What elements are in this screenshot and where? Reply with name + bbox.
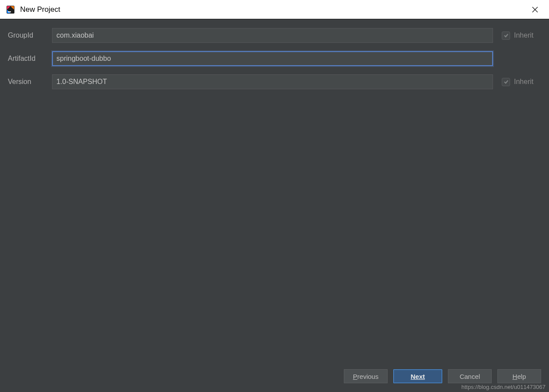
groupid-input[interactable] — [52, 28, 493, 43]
groupid-inherit-checkbox — [502, 32, 510, 40]
artifactid-input[interactable] — [52, 51, 493, 66]
button-bar: Previous Next Cancel Help — [0, 367, 549, 392]
row-artifactid: ArtifactId — [8, 50, 541, 67]
window-close-button[interactable] — [526, 1, 544, 18]
version-label: Version — [8, 78, 52, 86]
next-button[interactable]: Next — [393, 369, 442, 383]
titlebar: New Project — [0, 0, 549, 19]
version-inherit-label: Inherit — [514, 78, 533, 86]
intellij-icon — [5, 4, 16, 15]
version-inherit-checkbox — [502, 78, 510, 86]
groupid-inherit: Inherit — [493, 32, 541, 40]
svg-rect-1 — [8, 11, 11, 12]
check-icon — [504, 33, 509, 38]
close-icon — [532, 6, 539, 13]
previous-button[interactable]: Previous — [344, 369, 388, 383]
check-icon — [504, 79, 509, 84]
version-inherit: Inherit — [493, 78, 541, 86]
row-groupid: GroupId Inherit — [8, 27, 541, 44]
help-button[interactable]: Help — [497, 369, 541, 383]
form-area: GroupId Inherit ArtifactId V — [0, 19, 549, 367]
artifactid-label: ArtifactId — [8, 55, 52, 63]
groupid-label: GroupId — [8, 32, 52, 39]
row-version: Version Inherit — [8, 74, 541, 90]
cancel-button[interactable]: Cancel — [448, 369, 492, 383]
window-title: New Project — [20, 5, 60, 14]
groupid-inherit-label: Inherit — [514, 32, 533, 39]
version-input[interactable] — [52, 74, 493, 89]
